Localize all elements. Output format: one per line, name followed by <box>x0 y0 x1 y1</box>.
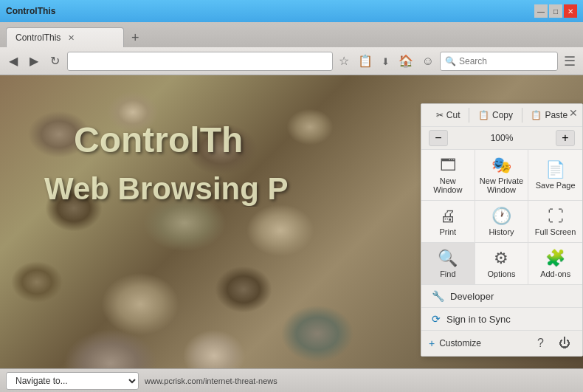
separator <box>469 108 469 123</box>
maximize-button[interactable]: □ <box>549 4 562 18</box>
browser-content: ControlTh Web Browsing P m ✕ ✂ Cut 📋 Cop… <box>0 75 583 368</box>
copy-label: Copy <box>492 110 513 120</box>
pocket-button[interactable]: ⬇ <box>379 53 393 69</box>
print-icon: 🖨 <box>440 208 456 224</box>
developer-item[interactable]: 🔧 Developer <box>421 285 582 308</box>
addons-item[interactable]: 🧩 Add-ons <box>528 243 582 284</box>
history-item[interactable]: 🕐 History <box>475 201 529 242</box>
print-item[interactable]: 🖨 Print <box>421 201 475 242</box>
home-icon: 🏠 <box>399 55 413 67</box>
help-button[interactable]: ? <box>533 335 548 351</box>
reload-button[interactable]: ↻ <box>46 51 64 71</box>
fullscreen-item[interactable]: ⛶ Full Screen <box>528 201 582 242</box>
forward-icon: ▶ <box>30 54 38 68</box>
address-bar[interactable] <box>67 52 333 71</box>
status-url: www.pcrisk.com/internet-threat-news <box>145 376 577 385</box>
search-input[interactable] <box>459 56 553 66</box>
copy-icon: 📋 <box>478 110 489 120</box>
options-label: Options <box>488 269 516 278</box>
page-title-line1: ControlTh <box>74 120 435 160</box>
page-title-line2: Web Browsing P <box>44 171 435 207</box>
save-page-label: Save Page <box>536 181 576 190</box>
zoom-in-button[interactable]: + <box>556 130 575 146</box>
toolbar: ◀ ▶ ↻ ☆ 📋 ⬇ 🏠 ☺ 🔍 ☰ <box>0 47 583 75</box>
paste-icon: 📋 <box>531 110 542 120</box>
fullscreen-icon: ⛶ <box>548 208 564 224</box>
find-label: Find <box>440 269 455 278</box>
options-item[interactable]: ⚙ Options <box>475 243 529 284</box>
minimize-button[interactable]: — <box>534 4 548 18</box>
window-title: ControlThis <box>6 6 55 16</box>
customize-label: Customize <box>439 338 481 348</box>
menu-icons-row1: 🗔 New Window 🎭 New Private Window 📄 Save… <box>421 150 582 201</box>
developer-icon: 🔧 <box>432 290 444 302</box>
menu-close-button[interactable]: ✕ <box>569 107 578 119</box>
window-controls: — □ ✕ <box>534 4 577 18</box>
addons-icon: 🧩 <box>545 250 565 267</box>
back-icon: ◀ <box>9 54 18 68</box>
title-bar: ControlThis — □ ✕ <box>0 0 583 22</box>
emoji-button[interactable]: ☺ <box>419 53 437 69</box>
search-icon: 🔍 <box>445 56 456 66</box>
customize-item[interactable]: + Customize <box>429 337 481 349</box>
zoom-out-button[interactable]: − <box>429 130 448 146</box>
dropdown-menu: ✕ ✂ Cut 📋 Copy 📋 Paste − <box>421 103 583 357</box>
separator2 <box>522 108 522 123</box>
status-bar: Navigate to... www.pcrisk.com/internet-t… <box>0 368 583 392</box>
sync-item[interactable]: ⟳ Sign in to Sync <box>421 308 582 331</box>
emoji-icon: ☺ <box>422 55 434 67</box>
tab-close-button[interactable]: ✕ <box>68 33 75 43</box>
new-tab-button[interactable]: + <box>127 29 144 47</box>
cut-button[interactable]: ✂ Cut <box>430 109 466 122</box>
save-page-item[interactable]: 📄 Save Page <box>528 150 582 200</box>
close-button[interactable]: ✕ <box>564 4 577 18</box>
addons-label: Add-ons <box>540 269 570 278</box>
history-icon: 🕐 <box>491 208 511 224</box>
forward-button[interactable]: ▶ <box>25 51 43 71</box>
menu-bottom-row: + Customize ? ⏻ <box>421 331 582 356</box>
bookmark-button[interactable]: ☆ <box>336 52 352 69</box>
tab-bar: ControlThis ✕ + <box>0 22 583 47</box>
power-icon: ⏻ <box>559 337 570 349</box>
find-icon: 🔍 <box>438 250 458 267</box>
menu-button[interactable]: ☰ <box>561 52 579 71</box>
find-item[interactable]: 🔍 Find <box>421 243 475 284</box>
new-private-window-icon: 🎭 <box>491 157 511 173</box>
developer-label: Developer <box>450 291 494 302</box>
close-icon: ✕ <box>569 107 578 119</box>
new-private-window-item[interactable]: 🎭 New Private Window <box>475 150 529 200</box>
options-icon: ⚙ <box>494 250 508 267</box>
search-bar[interactable]: 🔍 <box>440 52 558 71</box>
readinglist-icon: 📋 <box>358 55 373 67</box>
address-input[interactable] <box>72 56 328 66</box>
reload-icon: ↻ <box>50 54 60 68</box>
bookmark-icon: ☆ <box>339 55 349 67</box>
zoom-row: − 100% + <box>421 127 582 150</box>
new-window-item[interactable]: 🗔 New Window <box>421 150 475 200</box>
print-label: Print <box>440 227 457 236</box>
active-tab[interactable]: ControlThis ✕ <box>6 27 124 47</box>
menu-icons-row2: 🖨 Print 🕐 History ⛶ Full Screen <box>421 201 582 243</box>
menu-icons-row3: 🔍 Find ⚙ Options 🧩 Add-ons <box>421 243 582 285</box>
copy-button[interactable]: 📋 Copy <box>472 109 519 122</box>
sync-icon: ⟳ <box>432 313 441 325</box>
cut-label: Cut <box>446 110 460 120</box>
new-window-icon: 🗔 <box>440 157 456 173</box>
history-label: History <box>489 227 514 236</box>
readinglist-button[interactable]: 📋 <box>355 52 376 69</box>
menu-edit-section: ✕ ✂ Cut 📋 Copy 📋 Paste <box>421 104 582 127</box>
new-window-label: New Window <box>426 176 470 194</box>
fullscreen-label: Full Screen <box>535 227 576 236</box>
customize-plus-icon: + <box>429 337 435 349</box>
home-button[interactable]: 🏠 <box>396 52 416 69</box>
cut-icon: ✂ <box>436 110 444 120</box>
power-button[interactable]: ⏻ <box>554 335 575 351</box>
back-button[interactable]: ◀ <box>4 51 22 71</box>
menu-icon: ☰ <box>564 54 576 69</box>
navigate-dropdown[interactable]: Navigate to... <box>6 372 139 390</box>
paste-button[interactable]: 📋 Paste <box>525 109 573 122</box>
new-private-window-label: New Private Window <box>480 176 524 194</box>
help-icon: ? <box>537 337 544 349</box>
tab-label: ControlThis <box>15 32 61 43</box>
zoom-value: 100% <box>491 133 514 143</box>
